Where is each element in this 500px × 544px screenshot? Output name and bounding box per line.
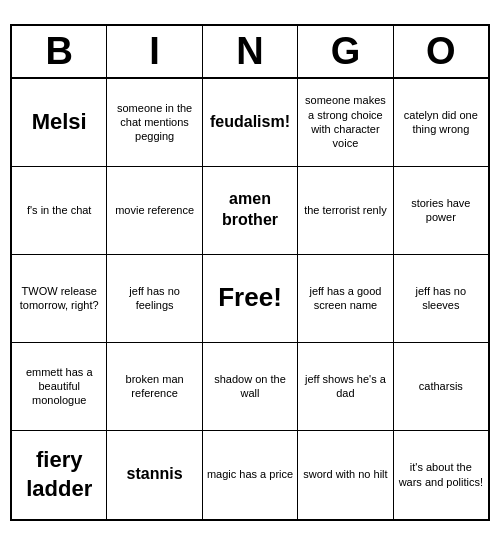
bingo-cell: Melsi <box>12 79 107 167</box>
bingo-card: BINGO Melsisomeone in the chat mentions … <box>10 24 490 521</box>
bingo-cell: broken man reference <box>107 343 202 431</box>
bingo-cell: emmett has a beautiful monologue <box>12 343 107 431</box>
bingo-cell: the terrorist renly <box>298 167 393 255</box>
header-letter: I <box>107 26 202 79</box>
header-letter: N <box>203 26 298 79</box>
bingo-cell: feudalism! <box>203 79 298 167</box>
bingo-cell: shadow on the wall <box>203 343 298 431</box>
bingo-cell: it's about the wars and politics! <box>394 431 488 519</box>
bingo-cell: fiery ladder <box>12 431 107 519</box>
bingo-cell: stannis <box>107 431 202 519</box>
bingo-cell: jeff has no feelings <box>107 255 202 343</box>
bingo-grid: Melsisomeone in the chat mentions peggin… <box>12 79 488 519</box>
bingo-cell: catelyn did one thing wrong <box>394 79 488 167</box>
header-letter: B <box>12 26 107 79</box>
bingo-cell: someone makes a strong choice with chara… <box>298 79 393 167</box>
bingo-cell: catharsis <box>394 343 488 431</box>
bingo-header: BINGO <box>12 26 488 79</box>
bingo-cell: magic has a price <box>203 431 298 519</box>
bingo-cell: jeff has a good screen name <box>298 255 393 343</box>
bingo-row: Melsisomeone in the chat mentions peggin… <box>12 79 488 167</box>
bingo-cell: f's in the chat <box>12 167 107 255</box>
bingo-row: f's in the chatmovie referenceamen broth… <box>12 167 488 255</box>
bingo-cell: jeff shows he's a dad <box>298 343 393 431</box>
bingo-cell: Free! <box>203 255 298 343</box>
bingo-cell: TWOW release tomorrow, right? <box>12 255 107 343</box>
bingo-row: emmett has a beautiful monologuebroken m… <box>12 343 488 431</box>
header-letter: O <box>394 26 488 79</box>
bingo-cell: someone in the chat mentions pegging <box>107 79 202 167</box>
bingo-row: TWOW release tomorrow, right?jeff has no… <box>12 255 488 343</box>
header-letter: G <box>298 26 393 79</box>
bingo-cell: sword with no hilt <box>298 431 393 519</box>
bingo-row: fiery ladderstannismagic has a priceswor… <box>12 431 488 519</box>
bingo-cell: amen brother <box>203 167 298 255</box>
bingo-cell: jeff has no sleeves <box>394 255 488 343</box>
bingo-cell: movie reference <box>107 167 202 255</box>
bingo-cell: stories have power <box>394 167 488 255</box>
